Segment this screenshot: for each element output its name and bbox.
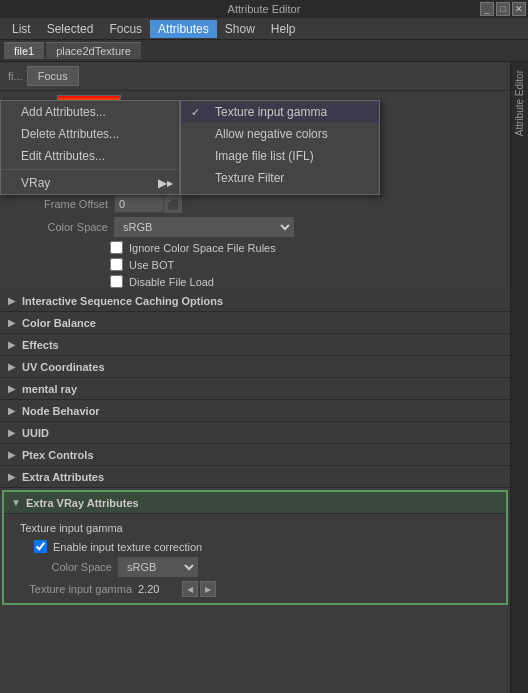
sections-list: ▶ Interactive Sequence Caching Options ▶… (0, 290, 510, 605)
texture-gamma-label: Texture input gamma (12, 583, 132, 595)
section-label: Interactive Sequence Caching Options (22, 295, 223, 307)
attributes-menu: Add Attributes... Delete Attributes... E… (0, 100, 180, 195)
section-label: Effects (22, 339, 59, 351)
section-uuid[interactable]: ▶ UUID (0, 422, 510, 444)
dropdown-overlay: Add Attributes... Delete Attributes... E… (0, 100, 380, 195)
vray-texture-filter[interactable]: Texture Filter (181, 167, 379, 189)
delete-attributes-item[interactable]: Delete Attributes... (1, 123, 179, 145)
menu-focus[interactable]: Focus (101, 20, 150, 38)
arrow-down-icon: ▼ (10, 497, 22, 509)
section-extra-attributes[interactable]: ▶ Extra Attributes (0, 466, 510, 488)
right-sidebar: Attribute Editor (510, 62, 528, 693)
frame-offset-spin[interactable]: ⬛ (164, 195, 182, 213)
menu-bar: List Selected Focus Attributes Show Help (0, 18, 528, 40)
ignore-colorspace-row: Ignore Color Space File Rules (0, 239, 510, 256)
section-interactive-sequence[interactable]: ▶ Interactive Sequence Caching Options (0, 290, 510, 312)
vray-allow-negative[interactable]: Allow negative colors (181, 123, 379, 145)
menu-show[interactable]: Show (217, 20, 263, 38)
arrow-icon: ▶ (6, 361, 18, 373)
maximize-button[interactable]: □ (496, 2, 510, 16)
ignore-colorspace-label: Ignore Color Space File Rules (129, 242, 276, 254)
vray-section-content: Texture input gamma Enable input texture… (4, 514, 506, 603)
menu-help[interactable]: Help (263, 20, 304, 38)
arrow-icon: ▶ (6, 471, 18, 483)
section-effects[interactable]: ▶ Effects (0, 334, 510, 356)
section-uv-coordinates[interactable]: ▶ UV Coordinates (0, 356, 510, 378)
tab-place2d[interactable]: place2dTexture (46, 42, 141, 59)
gamma-slider-container: 2.20 ◀ ▶ (138, 581, 498, 597)
check-icon: ✓ (191, 106, 205, 119)
color-space-label: Color Space (8, 221, 108, 233)
ignore-colorspace-checkbox[interactable] (110, 241, 123, 254)
use-bot-row: Use BOT (0, 256, 510, 273)
vray-color-space-row: Color Space sRGB (4, 555, 506, 579)
gamma-decrease-button[interactable]: ◀ (182, 581, 198, 597)
menu-attributes[interactable]: Attributes (150, 20, 217, 38)
uncheck-icon2 (191, 150, 205, 162)
menu-list[interactable]: List (4, 20, 39, 38)
frame-offset-input[interactable] (114, 195, 164, 213)
content-area: Add Attributes... Delete Attributes... E… (0, 62, 510, 693)
uncheck-icon3 (191, 172, 205, 184)
section-label: Node Behavior (22, 405, 100, 417)
disable-file-load-label: Disable File Load (129, 276, 214, 288)
use-bot-label: Use BOT (129, 259, 174, 271)
vray-color-space-select[interactable]: sRGB (118, 557, 198, 577)
disable-file-load-checkbox[interactable] (110, 275, 123, 288)
focus-area: fi... Focus (0, 62, 510, 91)
arrow-icon: ▶ (6, 339, 18, 351)
submenu-arrow-icon: ▶ (158, 176, 167, 190)
uncheck-icon (191, 128, 205, 140)
section-label: Ptex Controls (22, 449, 94, 461)
gamma-value: 2.20 (138, 583, 178, 595)
arrow-icon: ▶ (6, 383, 18, 395)
color-space-select[interactable]: sRGB Linear Raw (114, 217, 294, 237)
menu-selected[interactable]: Selected (39, 20, 102, 38)
section-color-balance[interactable]: ▶ Color Balance (0, 312, 510, 334)
gamma-arrows: ◀ ▶ (182, 581, 216, 597)
texture-gamma-header-row: Texture input gamma (4, 518, 506, 538)
tab-file1[interactable]: file1 (4, 42, 44, 59)
gamma-increase-button[interactable]: ▶ (200, 581, 216, 597)
arrow-icon: ▶ (6, 295, 18, 307)
section-extra-vray-attributes: ▼ Extra VRay Attributes Texture input ga… (2, 490, 508, 605)
focus-button[interactable]: Focus (27, 66, 79, 86)
section-node-behavior[interactable]: ▶ Node Behavior (0, 400, 510, 422)
section-label: UUID (22, 427, 49, 439)
vray-color-space-label: Color Space (12, 561, 112, 573)
section-label: Color Balance (22, 317, 96, 329)
window-controls[interactable]: _ □ ✕ (480, 2, 526, 16)
sidebar-tab-label[interactable]: Attribute Editor (512, 62, 527, 144)
add-attributes-item[interactable]: Add Attributes... (1, 101, 179, 123)
enable-correction-row: Enable input texture correction (4, 538, 506, 555)
main-layout: Add Attributes... Delete Attributes... E… (0, 62, 528, 693)
color-space-row: Color Space sRGB Linear Raw (0, 215, 510, 239)
arrow-icon: ▶ (6, 405, 18, 417)
enable-correction-label: Enable input texture correction (53, 541, 202, 553)
arrow-icon: ▶ (6, 317, 18, 329)
section-vray-header[interactable]: ▼ Extra VRay Attributes (4, 492, 506, 514)
close-button[interactable]: ✕ (512, 2, 526, 16)
minimize-button[interactable]: _ (480, 2, 494, 16)
window-title: Attribute Editor (228, 3, 301, 15)
edit-attributes-item[interactable]: Edit Attributes... (1, 145, 179, 167)
frame-offset-row: Frame Offset ⬛ (0, 193, 510, 215)
node-name: fi... (8, 70, 23, 82)
section-mental-ray[interactable]: ▶ mental ray (0, 378, 510, 400)
vray-texture-gamma[interactable]: ✓ Texture input gamma (181, 101, 379, 123)
vray-submenu-item[interactable]: VRay ▶ (1, 172, 179, 194)
arrow-icon: ▶ (6, 449, 18, 461)
section-vray-label: Extra VRay Attributes (26, 497, 139, 509)
use-bot-checkbox[interactable] (110, 258, 123, 271)
texture-gamma-header: Texture input gamma (12, 522, 123, 534)
section-ptex-controls[interactable]: ▶ Ptex Controls (0, 444, 510, 466)
menu-separator (1, 169, 179, 170)
tab-bar: file1 place2dTexture (0, 40, 528, 62)
enable-correction-checkbox[interactable] (34, 540, 47, 553)
frame-offset-label: Frame Offset (8, 198, 108, 210)
arrow-icon: ▶ (6, 427, 18, 439)
section-label: Extra Attributes (22, 471, 104, 483)
vray-submenu: ✓ Texture input gamma Allow negative col… (180, 100, 380, 195)
section-label: UV Coordinates (22, 361, 105, 373)
vray-image-file-list[interactable]: Image file list (IFL) (181, 145, 379, 167)
